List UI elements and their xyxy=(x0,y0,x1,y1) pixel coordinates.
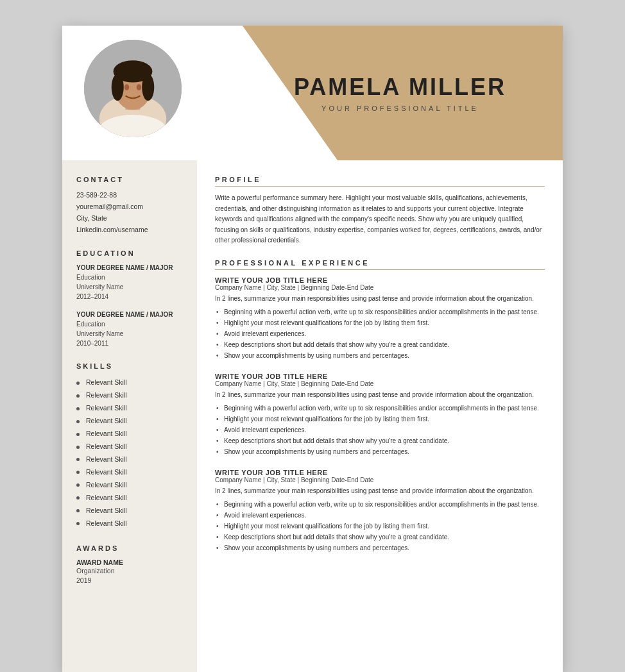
skill-label: Relevant Skill xyxy=(86,415,127,428)
job-entry-2: WRITE YOUR JOB TITLE HERE Company Name |… xyxy=(215,373,545,457)
job-summary-2: In 2 lines, summarize your main responsi… xyxy=(215,390,545,400)
header-text-area: PAMELA MILLER YOUR PROFESSIONAL TITLE xyxy=(237,26,563,160)
edu-university-1: University Name xyxy=(76,282,185,292)
skill-bullet xyxy=(76,509,80,512)
experience-section-title: PROFESSIONAL EXPERIENCE xyxy=(215,259,545,270)
job-bullet: Show your accomplishments by using numbe… xyxy=(215,351,545,361)
job-bullets-2: Beginning with a powerful action verb, w… xyxy=(215,403,545,457)
skill-bullet xyxy=(76,420,80,423)
contact-email: youremail@gmail.com xyxy=(76,201,185,213)
job-bullet: Keep descriptions short but add details … xyxy=(215,436,545,446)
education-entry-1: YOUR DEGREE NAME / MAJOR Education Unive… xyxy=(76,264,185,301)
svg-point-8 xyxy=(137,84,142,90)
skill-item: Relevant Skill xyxy=(76,402,185,415)
skill-bullet xyxy=(76,382,80,385)
edu-degree-1: YOUR DEGREE NAME / MAJOR xyxy=(76,264,185,273)
skill-bullet xyxy=(76,433,80,436)
resume-main: PROFILE Write a powerful performance sum… xyxy=(197,160,563,672)
edu-years-1: 2012–2014 xyxy=(76,292,185,301)
skill-label: Relevant Skill xyxy=(86,505,127,517)
skill-label: Relevant Skill xyxy=(86,428,127,441)
job-bullet: Highlight your most relevant qualificati… xyxy=(215,318,545,328)
skill-label: Relevant Skill xyxy=(86,492,127,505)
job-bullet: Avoid irrelevant experiences. xyxy=(215,510,545,521)
skill-label: Relevant Skill xyxy=(86,402,127,415)
skills-title: SKILLS xyxy=(76,362,185,370)
job-bullet: Beginning with a powerful action verb, w… xyxy=(215,307,545,317)
skill-item: Relevant Skill xyxy=(76,389,185,402)
job-bullet: Keep descriptions short but add details … xyxy=(215,340,545,350)
skill-item: Relevant Skill xyxy=(76,479,185,492)
resume-body: CONTACT 23-589-22-88 youremail@gmail.com… xyxy=(62,160,563,672)
award-year-1: 2019 xyxy=(76,576,185,586)
resume-header: PAMELA MILLER YOUR PROFESSIONAL TITLE xyxy=(62,26,563,160)
job-title-1: WRITE YOUR JOB TITLE HERE xyxy=(215,276,545,284)
job-title-3: WRITE YOUR JOB TITLE HERE xyxy=(215,469,545,476)
skill-item: Relevant Skill xyxy=(76,376,185,389)
job-bullet: Highlight your most relevant qualificati… xyxy=(215,521,545,532)
job-bullet: Avoid irrelevant experiences. xyxy=(215,425,545,435)
edu-type-2: Education xyxy=(76,319,185,329)
job-meta-1: Company Name | City, State | Beginning D… xyxy=(215,284,545,291)
resume-sidebar: CONTACT 23-589-22-88 youremail@gmail.com… xyxy=(62,160,197,672)
skill-item: Relevant Skill xyxy=(76,505,185,517)
skill-bullet xyxy=(76,446,80,449)
skill-bullet xyxy=(76,496,80,500)
profile-section-title: PROFILE xyxy=(215,176,545,187)
edu-degree-2: YOUR DEGREE NAME / MAJOR xyxy=(76,310,185,319)
contact-linkedin: Linkedin.com/username xyxy=(76,224,185,236)
job-bullet: Highlight your most relevant qualificati… xyxy=(215,414,545,424)
resume-name: PAMELA MILLER xyxy=(294,74,506,101)
skill-item: Relevant Skill xyxy=(76,441,185,453)
skill-item: Relevant Skill xyxy=(76,466,185,479)
contact-section: CONTACT 23-589-22-88 youremail@gmail.com… xyxy=(76,176,185,235)
skills-list: Relevant SkillRelevant SkillRelevant Ski… xyxy=(76,376,185,530)
profile-text: Write a powerful performance summary her… xyxy=(215,193,545,246)
job-title-2: WRITE YOUR JOB TITLE HERE xyxy=(215,373,545,380)
skill-label: Relevant Skill xyxy=(86,376,127,389)
education-title: EDUCATION xyxy=(76,249,185,257)
awards-title: AWARDS xyxy=(76,544,185,552)
skills-section: SKILLS Relevant SkillRelevant SkillRelev… xyxy=(76,362,185,530)
skill-bullet xyxy=(76,522,80,525)
contact-phone: 23-589-22-88 xyxy=(76,190,185,201)
job-entry-1: WRITE YOUR JOB TITLE HERE Company Name |… xyxy=(215,276,545,361)
resume-professional-title: YOUR PROFESSIONAL TITLE xyxy=(321,105,479,112)
skill-label: Relevant Skill xyxy=(86,517,127,530)
job-bullets-1: Beginning with a powerful action verb, w… xyxy=(215,307,545,361)
skill-label: Relevant Skill xyxy=(86,389,127,402)
skill-bullet xyxy=(76,458,80,461)
skill-item: Relevant Skill xyxy=(76,517,185,530)
job-bullet: Keep descriptions short but add details … xyxy=(215,532,545,542)
job-bullets-3: Beginning with a powerful action verb, w… xyxy=(215,500,545,553)
job-meta-2: Company Name | City, State | Beginning D… xyxy=(215,380,545,387)
svg-point-5 xyxy=(112,74,124,101)
skill-label: Relevant Skill xyxy=(86,479,127,492)
skill-item: Relevant Skill xyxy=(76,428,185,441)
skill-item: Relevant Skill xyxy=(76,415,185,428)
job-summary-3: In 2 lines, summarize your main responsi… xyxy=(215,486,545,496)
skill-label: Relevant Skill xyxy=(86,466,127,479)
skill-label: Relevant Skill xyxy=(86,441,127,453)
job-bullet: Beginning with a powerful action verb, w… xyxy=(215,403,545,414)
edu-years-2: 2010–2011 xyxy=(76,339,185,348)
award-entry-1: AWARD NAME Organization 2019 xyxy=(76,559,185,587)
award-org-1: Organization xyxy=(76,566,185,576)
job-bullet: Beginning with a powerful action verb, w… xyxy=(215,500,545,510)
avatar xyxy=(81,37,184,140)
resume-document: PAMELA MILLER YOUR PROFESSIONAL TITLE CO… xyxy=(62,26,563,672)
skill-item: Relevant Skill xyxy=(76,492,185,505)
skill-bullet xyxy=(76,394,80,398)
experience-section: PROFESSIONAL EXPERIENCE WRITE YOUR JOB T… xyxy=(215,259,545,553)
job-meta-3: Company Name | City, State | Beginning D… xyxy=(215,476,545,483)
skill-bullet xyxy=(76,407,80,410)
svg-point-6 xyxy=(142,74,154,101)
education-section: EDUCATION YOUR DEGREE NAME / MAJOR Educa… xyxy=(76,249,185,348)
education-entry-2: YOUR DEGREE NAME / MAJOR Education Unive… xyxy=(76,310,185,348)
profile-section: PROFILE Write a powerful performance sum… xyxy=(215,176,545,246)
job-entry-3: WRITE YOUR JOB TITLE HERE Company Name |… xyxy=(215,469,545,553)
skill-bullet xyxy=(76,483,80,487)
job-bullet: Avoid irrelevant experiences. xyxy=(215,329,545,339)
job-summary-1: In 2 lines, summarize your main responsi… xyxy=(215,294,545,304)
contact-title: CONTACT xyxy=(76,176,185,183)
